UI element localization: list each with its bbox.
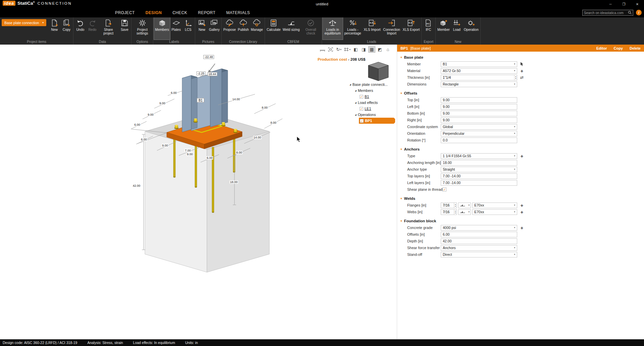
left-layers-in-input[interactable] bbox=[441, 180, 517, 186]
webs-in-size-stepper[interactable]: 7/16▴▾ bbox=[441, 209, 457, 215]
orientation-select[interactable]: Perpendicular▾ bbox=[441, 131, 517, 136]
redo-button[interactable]: Redo bbox=[86, 17, 98, 40]
minimize-button[interactable]: ─ bbox=[604, 0, 617, 8]
material-select[interactable]: A572 Gr.50▾ bbox=[441, 68, 517, 74]
tree-expand-icon[interactable]: ◢ bbox=[355, 88, 357, 94]
concrete-grade-select[interactable]: 4000 psi▾ bbox=[441, 225, 517, 231]
add-concrete-grade-icon[interactable]: + bbox=[519, 225, 525, 230]
ifc-button[interactable]: IFCIFC bbox=[422, 17, 434, 40]
pick-member-icon[interactable] bbox=[519, 61, 525, 67]
add-webs-in-icon[interactable]: + bbox=[519, 209, 525, 215]
editor-button[interactable]: Editor bbox=[596, 46, 607, 50]
coordinate-system-select[interactable]: Global▾ bbox=[441, 124, 517, 130]
zoom-fit-icon[interactable] bbox=[327, 47, 334, 52]
members-button[interactable]: Members bbox=[154, 17, 170, 40]
flanges-in-material-select[interactable]: E70xx▾ bbox=[472, 203, 517, 208]
copy-button[interactable]: Copy bbox=[613, 46, 623, 50]
search-icon[interactable] bbox=[628, 10, 632, 16]
tree-expand-icon[interactable]: ◢ bbox=[355, 112, 357, 118]
top-in-input[interactable] bbox=[441, 97, 517, 103]
tree-group-load-effects[interactable]: ◢Load effects bbox=[350, 100, 394, 106]
info-icon[interactable]: i bbox=[636, 10, 642, 15]
add-type-icon[interactable]: + bbox=[519, 153, 525, 159]
checkbox-icon[interactable]: ✓ bbox=[360, 107, 363, 111]
weld-type-dropdown[interactable]: ▾ bbox=[458, 209, 471, 215]
gallery-button[interactable]: Gallery bbox=[208, 17, 221, 40]
tab-design[interactable]: DESIGN bbox=[142, 8, 165, 17]
tab-project[interactable]: PROJECT bbox=[111, 8, 139, 17]
tree-expand-icon[interactable]: ◢ bbox=[355, 100, 357, 106]
offsets-in-input[interactable] bbox=[441, 232, 517, 237]
connection-type-dropdown[interactable]: Base plate connection▾ bbox=[2, 19, 46, 26]
new-button[interactable]: New bbox=[196, 17, 208, 40]
home-view-icon[interactable]: ⌂ bbox=[385, 47, 391, 52]
clipping-icon[interactable]: ▾ bbox=[343, 47, 351, 52]
webs-in-material-select[interactable]: E70xx▾ bbox=[472, 209, 517, 215]
tab-report[interactable]: REPORT bbox=[194, 8, 219, 17]
weld-type-dropdown[interactable]: ▾ bbox=[458, 203, 471, 208]
navigation-cube[interactable] bbox=[367, 61, 390, 83]
new-button[interactable]: New bbox=[48, 17, 60, 40]
shear-plane-in-thread-checkbox[interactable]: ✓ bbox=[442, 187, 446, 191]
search-input[interactable] bbox=[584, 11, 627, 15]
flanges-in-size-stepper[interactable]: 7/16▴▾ bbox=[441, 203, 457, 208]
3d-viewport[interactable]: -22.48-2.2518.446.0014.009.009.006.008.0… bbox=[0, 45, 395, 339]
save-button[interactable]: Save bbox=[118, 17, 130, 40]
member-button[interactable]: Member bbox=[436, 17, 451, 40]
view-solid-icon[interactable]: ◩ bbox=[377, 47, 383, 52]
delete-button[interactable]: Delete bbox=[630, 46, 641, 50]
share-project-button[interactable]: Share project bbox=[98, 17, 118, 40]
tab-materials[interactable]: MATERIALS bbox=[222, 8, 254, 17]
view-shaded-icon[interactable]: ◨ bbox=[361, 47, 367, 52]
left-in-input[interactable] bbox=[441, 104, 517, 110]
column-member[interactable] bbox=[182, 69, 228, 132]
section-header[interactable]: ▾Foundation block bbox=[397, 218, 644, 224]
undo-button[interactable]: Undo bbox=[74, 17, 86, 40]
overall-check-button[interactable]: Overall check bbox=[301, 17, 321, 40]
close-button[interactable]: ✕ bbox=[631, 0, 644, 8]
propose-button[interactable]: Propose bbox=[222, 17, 237, 40]
section-header[interactable]: ▾Welds bbox=[397, 195, 644, 202]
publish-button[interactable]: Publish bbox=[237, 17, 250, 40]
view-transparent-icon[interactable]: ▦ bbox=[369, 47, 375, 52]
view-wireframe-icon[interactable]: ◧ bbox=[353, 47, 359, 52]
member-label[interactable]: B1 bbox=[197, 98, 204, 103]
section-header[interactable]: ▾Anchors bbox=[397, 146, 644, 153]
member-select[interactable]: B1▾ bbox=[441, 61, 517, 67]
tree-root[interactable]: ◢Base plate connecti... bbox=[350, 81, 394, 88]
xls-import-button[interactable]: XLSXLS Import bbox=[363, 17, 382, 40]
add-material-icon[interactable]: + bbox=[519, 68, 525, 73]
tree-group-operations[interactable]: ◢Operations bbox=[350, 112, 394, 118]
anchor-type-select[interactable]: Straight▾ bbox=[441, 167, 517, 172]
right-in-input[interactable] bbox=[441, 117, 517, 123]
loads-in-equilibrium-button[interactable]: Loads in equilibrium bbox=[323, 17, 343, 40]
calculate-button[interactable]: Calculate bbox=[266, 17, 282, 40]
rotation-input[interactable] bbox=[441, 137, 517, 143]
maximize-button[interactable]: ❐ bbox=[617, 0, 631, 8]
copy-button[interactable]: Copy bbox=[60, 17, 72, 40]
shear-force-transfer-select[interactable]: Anchors▾ bbox=[441, 245, 517, 251]
view-rotate-icon[interactable]: ↻▾ bbox=[335, 47, 342, 52]
stand-off-select[interactable]: Direct▾ bbox=[441, 252, 517, 257]
3d-scene[interactable] bbox=[0, 45, 395, 339]
thickness-in-stepper[interactable]: 1"1/4▴▾ bbox=[441, 75, 517, 80]
spinner-arrows[interactable]: ▴▾ bbox=[454, 210, 457, 215]
loads-percentage-button[interactable]: Loads - percentage bbox=[343, 17, 363, 40]
load-button[interactable]: Load bbox=[451, 17, 463, 40]
add-flanges-in-icon[interactable]: + bbox=[519, 203, 525, 208]
tree-item-le1[interactable]: ✓LE1 bbox=[350, 106, 394, 112]
spinner-arrows[interactable]: ▴▾ bbox=[514, 75, 517, 80]
connection-import-button[interactable]: Connection Import bbox=[382, 17, 402, 40]
tree-expand-icon[interactable]: ◢ bbox=[350, 81, 351, 88]
plates-button[interactable]: Plates bbox=[170, 17, 182, 40]
tree-item-bp1[interactable]: ✓BP1 bbox=[359, 118, 394, 124]
tree-item-b1[interactable]: ✓B1 bbox=[350, 94, 394, 100]
type-select[interactable]: 1 1/4 F1554 Gr.55▾ bbox=[441, 153, 517, 159]
section-header[interactable]: ▾Base plate bbox=[397, 54, 644, 61]
depth-in-input[interactable] bbox=[441, 238, 517, 244]
xls-export-button[interactable]: XLSXLS Export bbox=[402, 17, 421, 40]
tree-group-members[interactable]: ◢Members bbox=[350, 88, 394, 94]
top-layers-in-input[interactable] bbox=[441, 173, 517, 179]
checkbox-icon[interactable]: ✓ bbox=[360, 95, 363, 99]
section-header[interactable]: ▾Offsets bbox=[397, 90, 644, 97]
